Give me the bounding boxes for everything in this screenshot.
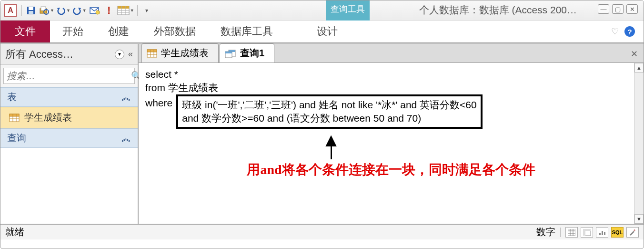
save-button[interactable] [25,4,37,17]
separator [137,5,138,16]
sql-editor[interactable]: select * from 学生成绩表 where 班级 in('一班','二班… [139,63,644,224]
annotation-text: 用and将各个条件连接在一块，同时满足各个条件 [145,163,637,176]
svg-rect-20 [147,50,157,52]
document-tabs: 学生成绩表 查询1 ✕ [139,44,644,63]
content-area: 学生成绩表 查询1 ✕ select * from 学生成绩表 where 班级… [139,44,644,224]
save-icon [26,6,36,15]
tab-database-tools[interactable]: 数据库工具 [208,21,285,42]
nav-collapse-button[interactable]: « [128,49,133,59]
nav-header: 所有 Access… ▼ « [0,44,138,65]
tab-create[interactable]: 创建 [96,21,141,42]
datasheet-view-icon [568,229,575,236]
mail-icon [90,6,100,15]
sql-line: from 学生成绩表 [145,81,637,94]
tab-file[interactable]: 文件 [0,21,50,42]
svg-rect-37 [602,231,603,235]
nav-empty-area [0,148,138,224]
close-button[interactable]: ✕ [626,4,638,14]
view-pivotchart-button[interactable] [596,227,608,238]
minimize-button[interactable]: — [598,4,609,14]
sql-line: select * [145,68,637,81]
design-view-icon [629,229,636,236]
window-title: 个人数据库：数据库 (Access 200… [419,3,577,17]
vertical-scrollbar[interactable]: ▲ ▼ [634,63,644,224]
run-button[interactable]: ! [103,4,115,17]
scroll-down-button[interactable]: ▼ [634,214,644,224]
table-icon [9,114,20,122]
search-input[interactable] [4,71,131,82]
svg-point-7 [96,10,100,14]
nav-title: 所有 Access… [5,47,115,62]
sql-where-keyword: where [145,94,176,110]
pivot-view-icon [583,229,591,236]
help-button[interactable]: ? [624,26,635,37]
dropdown-icon: ▼ [66,8,70,13]
status-right: 数字 SQL [536,226,639,239]
nav-group-label: 查询 [7,132,26,145]
doc-close-button[interactable]: ✕ [631,49,638,59]
svg-rect-15 [10,114,19,116]
tab-external-data[interactable]: 外部数据 [141,21,208,42]
arrow-up-icon: ▲ [317,132,345,148]
window-controls: — ▢ ✕ [598,4,638,14]
sql-clause-line: and 数学分数>=60 and (语文分数 between 50 and 70… [182,112,477,125]
dropdown-icon: ▼ [50,8,54,13]
nav-group-label: 表 [7,91,17,104]
ribbon-help-area: ♡ ? [611,21,644,42]
status-bar: 就绪 数字 SQL [0,224,644,239]
nav-item-student-scores[interactable]: 学生成绩表 [0,107,138,128]
dropdown-icon: ▼ [82,8,87,13]
svg-rect-1 [29,7,33,10]
mail-button[interactable] [89,4,101,17]
view-pivot-button[interactable] [581,227,593,238]
tab-design[interactable]: 设计 [304,21,350,42]
scroll-up-button[interactable]: ▲ [634,63,644,73]
customize-qat-button[interactable]: ▾ [141,4,153,17]
svg-rect-27 [225,52,232,53]
redo-icon [72,6,82,15]
collapse-icon: ︽ [121,91,131,104]
preview-icon [39,6,50,15]
sql-clause-line: 班级 in('一班','二班','三班') and 姓名 not like '*… [182,98,477,112]
view-datasheet-button[interactable] [565,227,578,238]
print-preview-button[interactable]: ▼ [39,4,54,17]
svg-rect-9 [118,6,129,9]
app-logo[interactable]: A [4,4,17,17]
nav-group-tables[interactable]: 表 ︽ [0,87,138,107]
nav-filter-dropdown[interactable]: ▼ [115,50,124,59]
svg-rect-2 [29,11,33,14]
context-tab-label: 查询工具 [326,0,370,21]
svg-rect-38 [604,232,605,235]
collapse-icon: ︽ [121,132,131,145]
nav-search-row: 🔍 [0,65,138,87]
view-design-button[interactable] [626,227,639,238]
tab-home[interactable]: 开始 [50,21,96,42]
ribbon-collapse-icon[interactable]: ♡ [611,26,619,37]
scroll-track[interactable] [634,73,644,214]
doc-tab-query[interactable]: 查询1 [220,43,274,62]
undo-icon [56,6,66,15]
search-box: 🔍 [3,68,135,84]
doc-tab-table[interactable]: 学生成绩表 [141,43,219,62]
context-tab-area: 查询工具 [326,0,370,21]
undo-button[interactable]: ▼ [56,4,70,17]
view-sql-button[interactable]: SQL [611,227,624,238]
chart-view-icon [598,229,606,236]
separator [560,228,561,237]
datasheet-icon [117,6,130,15]
doc-tab-label: 查询1 [240,47,264,60]
annotation-arrow: ▲ [317,132,345,159]
redo-button[interactable]: ▼ [72,4,87,17]
nav-group-queries[interactable]: 查询 ︽ [0,128,138,148]
highlighted-where-clause: 班级 in('一班','二班','三班') and 姓名 not like '*… [176,94,483,129]
dropdown-icon: ▼ [130,8,134,13]
status-mode: 数字 [536,226,555,239]
datasheet-button[interactable]: ▼ [117,4,134,17]
separator [21,5,22,16]
svg-rect-28 [568,229,575,236]
ribbon-tabs: 文件 开始 创建 外部数据 数据库工具 设计 ♡ ? [0,21,644,43]
maximize-button[interactable]: ▢ [612,4,624,14]
status-left: 就绪 [5,226,24,239]
svg-rect-36 [599,233,601,235]
doc-tab-label: 学生成绩表 [161,47,209,60]
